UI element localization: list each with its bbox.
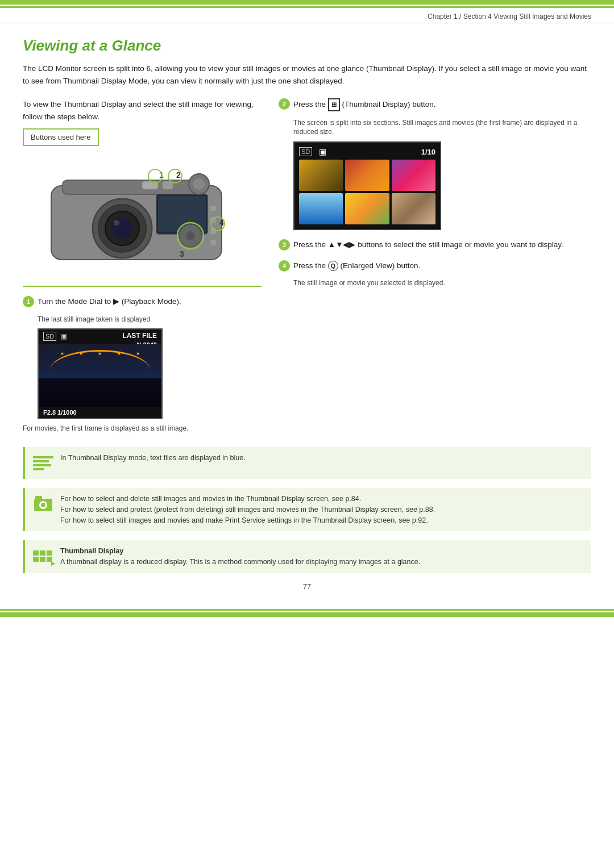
bridge-lights <box>53 353 147 354</box>
camera-icon-sm: ▣ <box>61 332 67 340</box>
bottom-bar-thin <box>0 609 614 611</box>
thumbnail-note-icon: ▶ <box>33 546 53 566</box>
thumb-cell-2 <box>345 160 389 191</box>
note-3-content: Thumbnail Display A thumbnail display is… <box>60 546 420 567</box>
svg-point-30 <box>41 503 45 507</box>
thumb-sq <box>33 557 39 562</box>
bottom-bar-thick <box>0 612 614 617</box>
note-3-title: Thumbnail Display <box>60 546 420 557</box>
movies-note: For movies, the first frame is displayed… <box>23 424 262 433</box>
svg-rect-18 <box>210 240 216 245</box>
note-2: For how to select and delete still image… <box>23 488 591 531</box>
bridge-reflection <box>39 378 161 407</box>
step-1-text: Turn the Mode Dial to ▶ (Playback Mode). <box>38 297 181 306</box>
step-4-content: Press the Q (Enlarged View) button. <box>293 260 420 272</box>
bridge-light <box>118 353 120 354</box>
svg-point-12 <box>193 178 205 190</box>
step-3-row: 3 Press the ▲▼◀▶ buttons to select the s… <box>279 239 591 251</box>
step-3-content: Press the ▲▼◀▶ buttons to select the sti… <box>293 239 563 251</box>
buttons-used-box: Buttons used here <box>23 128 99 146</box>
left-preamble: To view the Thumbnail Display and select… <box>23 98 262 123</box>
thumbnail-icon-arrow: ▶ <box>51 560 56 566</box>
thumb-cell-4 <box>299 193 343 224</box>
left-column: To view the Thumbnail Display and select… <box>23 98 262 433</box>
intro-text: The LCD Monitor screen is split into 6, … <box>23 62 591 87</box>
breadcrumb-text: Chapter 1 / Section 4 Viewing Still Imag… <box>428 12 591 20</box>
camera-note-icon <box>33 494 53 514</box>
step-2-text: Press the ⊞ (Thumbnail Display) button. <box>293 100 436 108</box>
thumb-sq <box>47 550 52 556</box>
thumb-page-num: 1/10 <box>421 148 435 156</box>
note-3: ▶ Thumbnail Display A thumbnail display … <box>23 540 591 573</box>
thumb-row-2 <box>33 557 53 562</box>
two-col-layout: To view the Thumbnail Display and select… <box>23 98 591 433</box>
step-2-circle: 2 <box>279 98 290 110</box>
step-1-circle: 1 <box>23 296 34 307</box>
thumbnail-grid-mock: SD ▣ 1/10 <box>293 141 441 230</box>
thumbnail-grid <box>299 160 435 224</box>
bridge-light <box>137 353 139 354</box>
top-bar-thick <box>0 0 614 5</box>
page-title: Viewing at a Glance <box>23 37 591 55</box>
note-line-1 <box>33 456 53 458</box>
note-2-text: For how to select and delete still image… <box>60 494 435 525</box>
bridge-light <box>99 353 101 354</box>
step-2-content: Press the ⊞ (Thumbnail Display) button. <box>293 98 436 111</box>
camera-icon-svg <box>33 494 53 514</box>
green-divider-1 <box>23 286 262 287</box>
camera-svg: 1 2 3 4 <box>34 152 250 271</box>
svg-text:3: 3 <box>180 249 184 258</box>
step-4-text: Press the Q (Enlarged View) button. <box>293 261 420 270</box>
thumb-sq <box>40 550 45 556</box>
thumbnail-grid-icon <box>33 546 53 566</box>
thumb-cell-3 <box>392 160 435 191</box>
step-4-row: 4 Press the Q (Enlarged View) button. <box>279 260 591 272</box>
buttons-used-label: Buttons used here <box>31 133 91 141</box>
thumb-grid-header: SD ▣ 1/10 <box>299 147 435 156</box>
page-number: 77 <box>23 582 591 591</box>
thumb-sq <box>40 557 45 562</box>
screen-bottom-info: F2.8 1/1000 <box>43 409 77 416</box>
note-1-text: In Thumbnail Display mode, text files ar… <box>60 453 246 464</box>
step-3-text: Press the ▲▼◀▶ buttons to select the sti… <box>293 240 563 249</box>
bridge-image <box>39 344 161 407</box>
note-3-text: A thumbnail display is a reduced display… <box>60 557 420 567</box>
svg-rect-15 <box>210 206 216 211</box>
step-4-sub: The still image or movie you selected is… <box>293 278 591 288</box>
step-2-row: 2 Press the ⊞ (Thumbnail Display) button… <box>279 98 591 111</box>
svg-point-6 <box>114 220 119 226</box>
step-1-row: 1 Turn the Mode Dial to ▶ (Playback Mode… <box>23 296 262 307</box>
thumb-sq <box>33 550 39 556</box>
sd-icon: SD <box>43 332 56 341</box>
page-wrapper: Chapter 1 / Section 4 Viewing Still Imag… <box>0 0 614 868</box>
thumb-cell-6 <box>392 193 435 224</box>
svg-point-14 <box>186 231 195 240</box>
lines-icon <box>33 453 53 473</box>
note-line-4 <box>33 468 44 470</box>
step-4-circle: 4 <box>279 260 290 272</box>
notes-section: In Thumbnail Display mode, text files ar… <box>23 447 591 573</box>
thumb-sd-label: SD <box>299 147 312 156</box>
step-1-content: Turn the Mode Dial to ▶ (Playback Mode). <box>38 296 181 307</box>
bridge-light <box>61 353 63 354</box>
step-2-sub: The screen is split into six sections. S… <box>293 118 591 137</box>
right-column: 2 Press the ⊞ (Thumbnail Display) button… <box>279 98 591 433</box>
thumb-cell-5 <box>345 193 389 224</box>
svg-rect-28 <box>35 496 42 500</box>
camera-diagram: 1 2 3 4 <box>34 152 250 277</box>
bridge-light <box>80 353 82 354</box>
playback-screen-mock: SD ▣ LAST FILE N 2048 100-0010 <box>38 328 163 419</box>
thumb-row-1 <box>33 550 53 556</box>
main-content: Viewing at a Glance The LCD Monitor scre… <box>0 23 614 607</box>
svg-rect-8 <box>158 196 206 232</box>
breadcrumb: Chapter 1 / Section 4 Viewing Still Imag… <box>0 8 614 23</box>
thumb-cam-label: ▣ <box>319 147 326 156</box>
thumb-cell-1 <box>299 160 343 191</box>
note-line-3 <box>33 464 51 466</box>
note-1: In Thumbnail Display mode, text files ar… <box>23 447 591 479</box>
note-line-2 <box>33 460 49 462</box>
step-3-circle: 3 <box>279 239 290 251</box>
step-1-sub: The last still image taken is displayed. <box>38 315 262 324</box>
